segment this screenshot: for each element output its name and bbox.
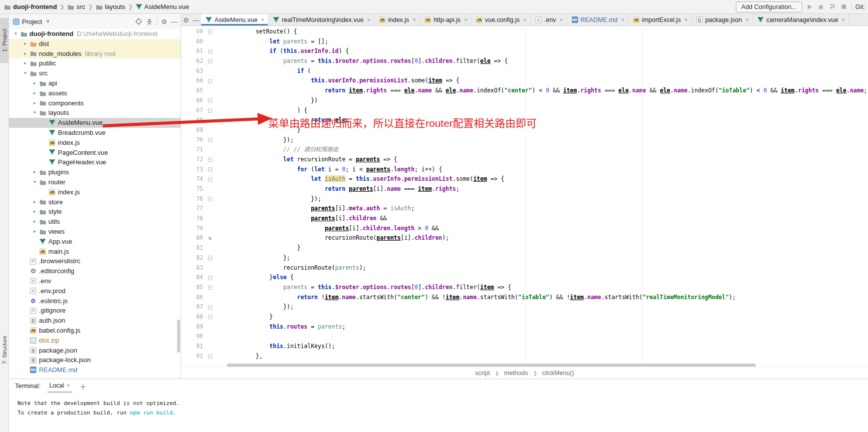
line-number[interactable]: 60 [181, 37, 205, 47]
code-line-71[interactable]: 71 // // 递归权限路由 [181, 145, 868, 155]
git-label[interactable]: Git: [856, 3, 865, 10]
fold-icon[interactable]: − [208, 29, 213, 34]
breadcrumb-layouts[interactable]: layouts [96, 3, 125, 10]
line-number[interactable]: 83 [181, 263, 205, 273]
code-line-85[interactable]: 85− parents = this.$router.options.route… [181, 283, 868, 293]
breadcrumb-src[interactable]: src [67, 3, 85, 10]
fold-icon[interactable]: − [208, 315, 213, 319]
close-tab-icon[interactable]: × [463, 16, 467, 23]
tab-README.md[interactable]: MDREADME.md× [567, 14, 629, 25]
tree-toggle-icon[interactable]: ▾ [31, 108, 38, 118]
debug-button[interactable] [817, 3, 825, 11]
tree-item-PageContent.vue[interactable]: PageContent.vue [9, 148, 181, 158]
tree-item-README.md[interactable]: MDREADME.md [9, 365, 181, 375]
tree-toggle-icon[interactable]: ▸ [21, 49, 29, 59]
code-line-81[interactable]: 81 } [181, 243, 868, 253]
tree-item-PageHeader.vue[interactable]: PageHeader.vue [9, 157, 181, 167]
tree-item-.browserslistrc[interactable]: ≡.browserslistrc [9, 256, 181, 266]
fold-icon[interactable]: − [208, 256, 213, 260]
code-line-59[interactable]: 59− setRoute() { [181, 27, 868, 37]
tree-item-style[interactable]: ▸style [9, 207, 181, 217]
code-line-70[interactable]: 70− }); [181, 135, 868, 145]
line-number[interactable]: 78 [181, 214, 205, 224]
editor-gear-icon[interactable]: ⚙ [183, 16, 189, 24]
code-area[interactable]: 59− setRoute() {60 let parents = [];61− … [181, 27, 868, 361]
line-number[interactable]: 84 [181, 273, 205, 283]
tree-item-public[interactable]: ▸public [9, 58, 181, 68]
tree-item-router[interactable]: ▾router [9, 177, 181, 187]
tree-toggle-icon[interactable]: ▾ [21, 68, 29, 78]
fold-icon[interactable]: − [208, 305, 213, 310]
tool-button-project[interactable]: 1: Project [0, 18, 9, 63]
code-line-72[interactable]: 72− let recursionRoute = parents => { [181, 155, 868, 165]
tab-cameraManage-index.vue[interactable]: cameraManage\index.vue× [753, 14, 849, 25]
locate-file-icon[interactable] [135, 18, 142, 25]
line-number[interactable]: 71 [181, 145, 205, 155]
collapse-all-icon[interactable] [146, 18, 153, 25]
code-line-66[interactable]: 66− }) [181, 96, 868, 106]
line-number[interactable]: 90 [181, 332, 205, 342]
line-number[interactable]: 63 [181, 66, 205, 76]
tree-item-.env.prod[interactable]: ≡.env.prod [9, 286, 181, 296]
tab-package.json[interactable]: {}package.json× [692, 14, 753, 25]
close-tab-icon[interactable]: × [744, 16, 749, 23]
tab-vue.config.js[interactable]: JSvue.config.js× [471, 14, 531, 25]
stop-button[interactable] [840, 3, 848, 11]
tree-item-package-lock.json[interactable]: {}package-lock.json [9, 355, 181, 365]
close-tab-icon[interactable]: × [412, 16, 416, 23]
tree-item-index.js[interactable]: JSindex.js [9, 187, 181, 197]
fold-icon[interactable]: − [208, 167, 213, 172]
line-number[interactable]: 80 [181, 233, 205, 243]
close-icon[interactable]: × [67, 382, 70, 389]
line-number[interactable]: 65 [181, 86, 205, 96]
code-line-63[interactable]: 63 if ( [181, 66, 868, 76]
tab-http-api.js[interactable]: JShttp-api.js× [420, 14, 471, 25]
line-number[interactable]: 77 [181, 204, 205, 214]
code-line-67[interactable]: 67− ) { [181, 106, 868, 116]
code-line-92[interactable]: 92− }, [181, 352, 868, 362]
new-terminal-icon[interactable]: ＋ [79, 381, 87, 392]
close-tab-icon[interactable]: × [522, 16, 527, 23]
editor-minimize-icon[interactable]: — [193, 16, 200, 24]
line-number[interactable]: 61 [181, 46, 205, 56]
fold-icon[interactable]: − [208, 138, 213, 142]
tree-item-.gitignore[interactable]: ≡.gitignore [9, 306, 181, 316]
tree-scrollbar[interactable] [177, 320, 180, 353]
tree-toggle-icon[interactable]: ▸ [31, 98, 38, 108]
tree-toggle-icon[interactable]: ▸ [31, 207, 38, 217]
line-number[interactable]: 59 [181, 27, 205, 37]
fold-icon[interactable]: − [208, 354, 213, 359]
line-number[interactable]: 75 [181, 184, 205, 194]
line-number[interactable]: 92 [181, 352, 205, 362]
code-line-74[interactable]: 74− let isAuth = this.userInfo.permissio… [181, 174, 868, 184]
tree-item-.eslintrc.js[interactable]: .eslintrc.js [9, 296, 181, 306]
line-number[interactable]: 68 [181, 115, 205, 125]
tree-item-dist.zip[interactable]: dist.zip [9, 336, 181, 346]
tree-toggle-icon[interactable]: ▸ [21, 58, 29, 68]
line-number[interactable]: 86 [181, 293, 205, 303]
tree-item-.env[interactable]: ≡.env [9, 276, 181, 286]
code-line-75[interactable]: 75 return parents[i].name === item.right… [181, 184, 868, 194]
fold-icon[interactable]: − [208, 49, 213, 54]
breadcrumb-script[interactable]: script [475, 370, 490, 377]
tree-item-node-modules[interactable]: ▸node_moduleslibrary root [9, 49, 181, 59]
terminal-output[interactable]: Note that the development build is not o… [9, 393, 868, 418]
line-number[interactable]: 67 [181, 106, 205, 116]
tree-item-Breadcrumb.vue[interactable]: Breadcrumb.vue [9, 128, 181, 138]
tree-item-AsideMenu.vue[interactable]: AsideMenu.vue [9, 118, 181, 128]
tree-item-dist[interactable]: ▸dist [9, 39, 181, 49]
tree-item-index.js[interactable]: JSindex.js [9, 138, 181, 148]
close-tab-icon[interactable]: × [683, 16, 688, 23]
line-number[interactable]: 85 [181, 283, 205, 293]
terminal-tab-local[interactable]: Local × [47, 380, 72, 393]
code-line-89[interactable]: 89 this.routes = parents; [181, 322, 868, 332]
line-number[interactable]: 72 [181, 155, 205, 165]
tree-item-main.js[interactable]: JSmain.js [9, 247, 181, 257]
code-line-84[interactable]: 84− }else { [181, 273, 868, 283]
fold-icon[interactable]: − [208, 276, 213, 280]
fold-icon[interactable]: − [208, 59, 213, 63]
tree-toggle-icon[interactable]: ▸ [31, 78, 38, 88]
code-line-83[interactable]: 83 recursionRoute(parents); [181, 263, 868, 273]
line-number[interactable]: 81 [181, 243, 205, 253]
breadcrumb-project[interactable]: duoji-frontend [4, 3, 57, 10]
